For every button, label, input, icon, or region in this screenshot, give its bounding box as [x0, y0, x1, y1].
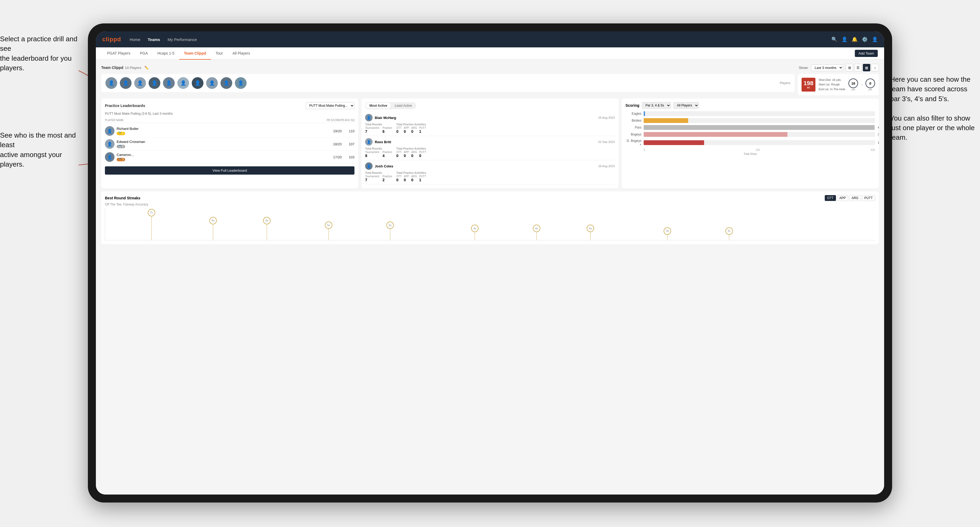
active-player-avatar-3: 👤	[365, 162, 372, 170]
col-pb-avg: PB AVG SQ	[340, 119, 355, 122]
streak-filter-arg[interactable]: ARG	[849, 195, 861, 201]
avatar-1[interactable]: 👤	[105, 77, 117, 89]
streak-dot[interactable]: 3x	[663, 227, 671, 235]
active-player-entry-3: 👤 Josh Coles 26 Aug 2023 Total Rounds To…	[365, 160, 615, 184]
view-full-leaderboard-button[interactable]: View Full Leaderboard	[105, 167, 355, 175]
view-icons: ⊞ ☰ ▦ ↕	[846, 64, 879, 71]
profile-icon[interactable]: 👤	[872, 37, 878, 42]
streak-dot[interactable]: 4x	[533, 225, 540, 232]
add-team-button[interactable]: Add Team	[855, 50, 878, 57]
nav-my-performance[interactable]: My Performance	[167, 37, 197, 42]
settings-icon[interactable]: ⚙️	[862, 37, 868, 42]
active-player-header-3: 👤 Josh Coles 26 Aug 2023	[365, 162, 615, 170]
card-view-btn[interactable]: ▦	[863, 64, 870, 71]
streak-dot[interactable]: 7x	[148, 209, 155, 216]
scoring-card: Scoring Par 3, 4 & 5s All Players Eagles…	[622, 98, 879, 188]
bar-value: 311	[878, 133, 879, 136]
arg-val-1: 0	[411, 129, 417, 133]
avatar-6[interactable]: 👤	[177, 77, 189, 89]
streak-dot[interactable]: 5x	[387, 221, 394, 229]
drill-period: Last 3 months	[153, 112, 173, 116]
table-row[interactable]: 👤 Edward Crossman 🥈 2 18/20 107	[105, 138, 355, 151]
active-player-entry-1: 👤 Blair McHarg 26 Aug 2023 Total Rounds …	[365, 112, 615, 136]
bar-label: Pars	[625, 125, 641, 129]
avatar-10[interactable]: 👤	[235, 77, 247, 89]
active-player-date-1: 26 Aug 2023	[598, 116, 615, 119]
bar-row: Bogeys 311	[625, 132, 875, 137]
list-view-btn[interactable]: ☰	[854, 64, 862, 71]
search-icon[interactable]: 🔍	[831, 37, 837, 42]
streak-filter-ott[interactable]: OTT	[825, 195, 836, 201]
player-avg-1: 110	[344, 129, 355, 133]
ott-val-1: 0	[396, 129, 402, 133]
tab-team-clippd[interactable]: Team Clippd	[179, 48, 211, 60]
streak-dot[interactable]: 3x	[725, 227, 733, 235]
table-row[interactable]: 👤 Richard Butler 🥇 1 19/20 110	[105, 125, 355, 138]
tablet-screen: clippd Home Teams My Performance 🔍 👤 🔔 ⚙…	[96, 32, 884, 495]
show-period-select[interactable]: Last 3 months	[811, 64, 843, 71]
bar-outer: 3	[644, 111, 875, 116]
drill-select[interactable]: PUTT Must Make Putting...	[306, 102, 355, 109]
show-label: Show:	[799, 66, 808, 70]
bar-chart: Eagles 3 Birdies 96 Pars 499 Bogeys 311 …	[625, 111, 875, 146]
avatar-9[interactable]: 👤	[221, 77, 232, 89]
navbar-links: Home Teams My Performance	[130, 37, 823, 42]
tab-all-players[interactable]: All Players	[228, 48, 255, 60]
tab-hcaps[interactable]: Hcaps 1-5	[153, 48, 179, 60]
bar-outer: 311	[644, 132, 875, 137]
streaks-filter-buttons: OTT APP ARG PUTT	[825, 195, 875, 201]
tab-least-active[interactable]: Least Active	[391, 103, 416, 109]
leaderboard-card: Practice Leaderboards PUTT Must Make Put…	[101, 98, 358, 188]
edit-icon[interactable]: ✏️	[144, 66, 149, 70]
nav-home[interactable]: Home	[130, 37, 140, 42]
players-filter-select[interactable]: All Players	[673, 102, 699, 109]
par-filter-select[interactable]: Par 3, 4 & 5s	[642, 102, 671, 109]
streaks-card: Best Round Streaks OTT APP ARG PUTT Off …	[101, 191, 879, 244]
tab-pgat-players[interactable]: PGAT Players	[102, 48, 135, 60]
player-badge-1: 🥇 1	[117, 132, 125, 135]
ott-val-3: 0	[396, 178, 402, 182]
tournament-val-1: 7	[365, 129, 379, 133]
bar-inner	[644, 132, 788, 137]
tab-pga[interactable]: PGA	[135, 48, 153, 60]
avatar-7[interactable]: 👤	[192, 77, 204, 89]
main-content: Team Clippd 14 Players ✏️ Show: Last 3 m…	[96, 60, 884, 495]
user-icon[interactable]: 👤	[842, 37, 847, 42]
streaks-chart: 7x6x6x5x5x4x4x4x3x3x	[105, 208, 875, 240]
avatar-3[interactable]: 👤	[134, 77, 146, 89]
active-player-name-1: Blair McHarg	[375, 116, 396, 120]
streak-dot[interactable]: 4x	[587, 225, 594, 232]
avatar-4[interactable]: 👤	[149, 77, 160, 89]
streak-filter-app[interactable]: APP	[837, 195, 848, 201]
avatar-5[interactable]: 👤	[163, 77, 175, 89]
streak-dot[interactable]: 6x	[263, 217, 270, 224]
streak-dot[interactable]: 6x	[209, 217, 217, 224]
player-avg-2: 107	[344, 142, 355, 146]
putt-val-3: 1	[419, 178, 426, 182]
avatar-2[interactable]: 👤	[120, 77, 132, 89]
grid-view-btn[interactable]: ⊞	[846, 64, 853, 71]
sort-btn[interactable]: ↕	[871, 64, 879, 71]
tab-tour[interactable]: Tour	[211, 48, 228, 60]
tournament-val-2: 8	[365, 154, 379, 158]
streak-filter-putt[interactable]: PUTT	[862, 195, 875, 201]
table-row[interactable]: 👤 Cameron... 🥉 3 17/20 103	[105, 151, 355, 163]
streak-dot[interactable]: 4x	[471, 225, 479, 232]
streaks-header: Best Round Streaks OTT APP ARG PUTT	[105, 195, 875, 201]
streak-dot[interactable]: 5x	[325, 221, 332, 229]
nav-teams[interactable]: Teams	[148, 37, 160, 42]
col-player-name: PLAYER NAME	[105, 119, 326, 122]
end-lie-value: In The Hole	[830, 87, 845, 91]
app-val-1: 0	[404, 129, 409, 133]
leaderboard-title: Practice Leaderboards	[105, 103, 145, 108]
tournament-val-3: 7	[365, 178, 379, 182]
col-pb-score: PB SCORE	[326, 119, 340, 122]
streak-line	[328, 229, 329, 240]
annotation-top-left: Select a practice drill and see the lead…	[0, 34, 80, 73]
tab-most-active[interactable]: Most Active	[366, 103, 391, 109]
notification-icon[interactable]: 🔔	[852, 37, 858, 42]
team-header: Team Clippd 14 Players ✏️ Show: Last 3 m…	[101, 64, 879, 71]
avatar-8[interactable]: 👤	[206, 77, 218, 89]
player-score-1: 19/20	[333, 129, 342, 133]
start-lie-label: Start Lie:	[819, 83, 830, 86]
